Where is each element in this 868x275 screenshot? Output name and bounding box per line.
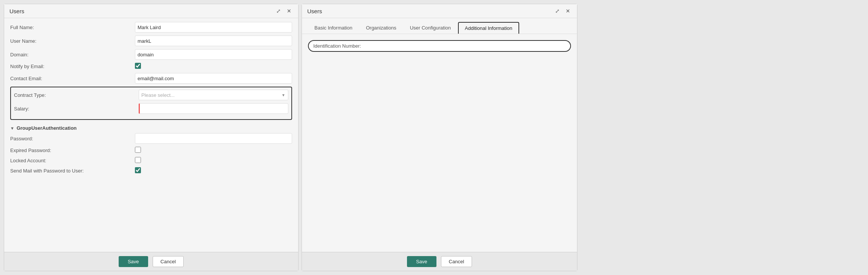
- sendmail-value: [135, 167, 292, 174]
- fullname-value: [135, 22, 292, 33]
- notify-label: Notify by Email:: [10, 64, 135, 69]
- fullname-input[interactable]: [135, 22, 292, 33]
- lockedaccount-value: [135, 157, 292, 164]
- password-label: Password:: [10, 136, 135, 141]
- right-expand-button[interactable]: ⤢: [554, 7, 561, 15]
- salary-row: Salary:: [14, 103, 288, 114]
- left-dialog-title: Users: [9, 8, 24, 14]
- right-dialog-footer: Save Cancel: [302, 252, 577, 271]
- tab-additional-information[interactable]: Additional Information: [458, 22, 519, 34]
- identification-number-label: Identification Number:: [313, 43, 378, 49]
- contracttype-select-wrapper: Please select... ▼: [139, 90, 288, 100]
- identification-number-row: Identification Number:: [308, 40, 571, 52]
- group-chevron-icon: ▼: [10, 126, 14, 131]
- left-close-icon: ✕: [287, 8, 291, 14]
- contracttype-select[interactable]: Please select...: [139, 90, 288, 100]
- fullname-row: Full Name:: [10, 22, 292, 33]
- salary-input[interactable]: [139, 103, 288, 114]
- right-close-button[interactable]: ✕: [564, 7, 572, 15]
- sendmail-row: Send Mail with Password to User:: [10, 167, 292, 174]
- username-label: User Name:: [10, 38, 135, 44]
- contactemail-row: Contact Email:: [10, 73, 292, 84]
- domain-row: Domain:: [10, 49, 292, 60]
- sendmail-label: Send Mail with Password to User:: [10, 168, 135, 174]
- salary-label: Salary:: [14, 106, 139, 112]
- left-expand-icon: ⤢: [276, 8, 281, 14]
- contactemail-input[interactable]: [135, 73, 292, 84]
- expiredpassword-row: Expired Password:: [10, 147, 292, 154]
- contactemail-label: Contact Email:: [10, 76, 135, 81]
- tab-user-configuration[interactable]: User Configuration: [404, 22, 457, 34]
- contracttype-value: Please select... ▼: [139, 90, 288, 100]
- left-dialog-header-icons: ⤢ ✕: [275, 7, 293, 15]
- password-input[interactable]: [135, 133, 292, 144]
- salary-value: [139, 103, 288, 114]
- left-dialog-body: Full Name: User Name: Domain: Notify by …: [4, 18, 298, 252]
- group-header[interactable]: ▼ GroupUserAuthentication: [10, 123, 292, 133]
- right-dialog: Users ⤢ ✕ Basic Information Organization…: [302, 4, 577, 271]
- right-expand-icon: ⤢: [555, 8, 560, 14]
- lockedaccount-label: Locked Account:: [10, 158, 135, 163]
- tab-basic-information[interactable]: Basic Information: [308, 22, 359, 34]
- right-dialog-header-icons: ⤢ ✕: [554, 7, 572, 15]
- group-name: GroupUserAuthentication: [17, 125, 77, 131]
- password-row: Password:: [10, 133, 292, 144]
- lockedaccount-row: Locked Account:: [10, 157, 292, 164]
- right-save-button[interactable]: Save: [407, 256, 436, 267]
- expiredpassword-label: Expired Password:: [10, 148, 135, 153]
- left-dialog-header: Users ⤢ ✕: [4, 4, 298, 18]
- domain-input[interactable]: [135, 49, 292, 60]
- expiredpassword-value: [135, 147, 292, 154]
- right-dialog-title: Users: [307, 8, 322, 14]
- notify-row: Notify by Email:: [10, 63, 292, 70]
- left-expand-button[interactable]: ⤢: [275, 7, 282, 15]
- username-input[interactable]: [135, 36, 292, 46]
- sendmail-checkbox[interactable]: [135, 167, 141, 173]
- contactemail-value: [135, 73, 292, 84]
- notify-value: [135, 63, 292, 70]
- tab-organizations[interactable]: Organizations: [359, 22, 402, 34]
- left-close-button[interactable]: ✕: [285, 7, 293, 15]
- username-row: User Name:: [10, 36, 292, 46]
- contracttype-row: Contract Type: Please select... ▼: [14, 90, 288, 100]
- notify-checkbox[interactable]: [135, 63, 141, 69]
- left-dialog: Users ⤢ ✕ Full Name: User Name: Dom: [4, 4, 299, 271]
- highlighted-contract-section: Contract Type: Please select... ▼ Salary…: [10, 87, 292, 120]
- username-value: [135, 36, 292, 46]
- identification-number-input[interactable]: [378, 42, 566, 50]
- domain-value: [135, 49, 292, 60]
- domain-label: Domain:: [10, 52, 135, 57]
- left-save-button[interactable]: Save: [119, 256, 148, 267]
- right-tabs: Basic Information Organizations User Con…: [302, 18, 577, 34]
- right-dialog-header: Users ⤢ ✕: [302, 4, 577, 18]
- left-dialog-footer: Save Cancel: [4, 252, 298, 271]
- right-dialog-body: Identification Number:: [302, 34, 577, 252]
- right-close-icon: ✕: [566, 8, 570, 14]
- lockedaccount-checkbox[interactable]: [135, 157, 141, 163]
- left-cancel-button[interactable]: Cancel: [153, 256, 184, 267]
- expiredpassword-checkbox[interactable]: [135, 147, 141, 153]
- fullname-label: Full Name:: [10, 25, 135, 30]
- contracttype-label: Contract Type:: [14, 92, 139, 98]
- password-value: [135, 133, 292, 144]
- right-cancel-button[interactable]: Cancel: [441, 256, 472, 267]
